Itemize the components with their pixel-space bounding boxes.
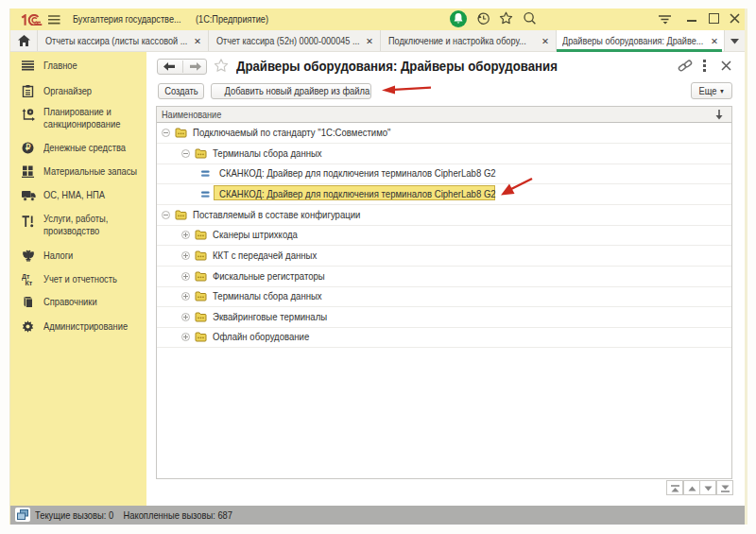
svg-text:Кт: Кт	[26, 280, 33, 285]
svg-text:₽: ₽	[26, 144, 31, 153]
